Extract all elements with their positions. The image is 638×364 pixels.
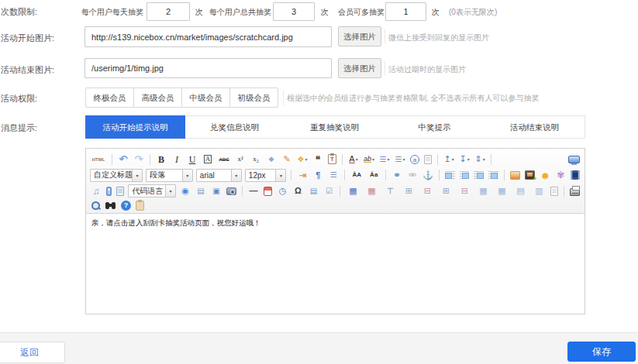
flash-icon[interactable]: ◉	[180, 185, 191, 197]
paragraph-format-icon[interactable]: ☰	[328, 169, 339, 181]
custom-heading-select-arrow[interactable]: ▾	[132, 170, 142, 181]
italic-icon[interactable]: I	[171, 153, 182, 166]
total-draw-input[interactable]	[273, 2, 315, 21]
start-image-input[interactable]	[84, 26, 332, 47]
font-family-select[interactable]: arial▾	[196, 169, 242, 182]
auto-typeset-icon[interactable]: ❖▾	[297, 153, 308, 166]
attachment-icon[interactable]	[106, 187, 112, 196]
image-align-block-icon[interactable]	[488, 171, 498, 180]
preview-icon[interactable]	[91, 201, 101, 211]
paragraph-select[interactable]: 段落▾	[146, 169, 193, 182]
insert-col-icon[interactable]: ⊞	[440, 185, 451, 197]
strikethrough-icon[interactable]: ABC	[218, 153, 230, 166]
tab-win-tip[interactable]: 中奖提示	[385, 116, 485, 138]
bold-icon[interactable]: B	[156, 153, 167, 166]
member-option-junior[interactable]: 初级会员	[229, 88, 278, 108]
video-icon[interactable]	[571, 170, 580, 180]
iframe-icon[interactable]: ▣	[211, 185, 222, 197]
lowercase-icon[interactable]: Ǎa	[367, 169, 380, 181]
remove-format-icon[interactable]: ◆	[266, 153, 277, 166]
delete-col-icon[interactable]: ⊟	[459, 185, 470, 197]
highlight-color-icon[interactable]: ab▾	[364, 153, 374, 166]
help-icon[interactable]: ?	[121, 201, 131, 211]
member-option-middle[interactable]: 中级会员	[181, 88, 230, 108]
link-icon[interactable]: ⚭	[391, 169, 402, 181]
unordered-list-icon[interactable]: ☰▾	[395, 153, 405, 166]
pagebreak-icon[interactable]: ▤	[195, 185, 206, 197]
paragraph-spacing-bottom-icon[interactable]: ↧▾	[459, 153, 470, 166]
undo-icon[interactable]: ↶	[118, 153, 129, 166]
date-icon[interactable]	[264, 187, 272, 196]
blockquote-icon[interactable]: ❝	[312, 153, 323, 166]
paragraph-spacing-top-icon-caret[interactable]: ▾	[452, 157, 454, 162]
paragraph-spacing-bottom-icon-caret[interactable]: ▾	[467, 157, 470, 162]
member-extra-input[interactable]	[385, 2, 426, 21]
unlink-icon[interactable]: ⚮	[407, 169, 418, 181]
unordered-list-icon-caret[interactable]: ▾	[403, 157, 405, 162]
tab-activity-start-tip[interactable]: 活动开始提示说明	[85, 115, 185, 139]
table-caption-icon[interactable]: ⊤	[385, 185, 395, 197]
delete-table-icon[interactable]: ▦	[366, 185, 377, 197]
redo-icon[interactable]: ↷	[133, 153, 144, 166]
underline-icon[interactable]: U	[187, 153, 198, 166]
time-icon[interactable]: ◷	[277, 185, 288, 197]
tab-repeat-draw[interactable]: 重复抽奖说明	[285, 116, 385, 138]
custom-heading-select[interactable]: 自定义标题▾	[90, 169, 143, 182]
insert-image-icon[interactable]	[510, 171, 520, 180]
anchor-icon[interactable]: ⚓	[422, 169, 433, 181]
back-button[interactable]: 返回	[0, 342, 65, 363]
fullscreen-icon[interactable]	[568, 156, 580, 163]
subscript-icon[interactable]: x₂	[250, 153, 261, 166]
delete-row-icon[interactable]: ⊟	[422, 185, 433, 197]
line-height-icon[interactable]: ⇕▾	[474, 153, 485, 166]
member-option-ultimate[interactable]: 终极会员	[85, 88, 134, 108]
image-align-center-icon[interactable]	[460, 171, 470, 180]
font-color-icon[interactable]: A▾	[348, 153, 359, 166]
line-height-icon-caret[interactable]: ▾	[483, 157, 485, 162]
select-all-icon[interactable]: a	[410, 155, 419, 164]
image-manager-icon[interactable]	[525, 170, 536, 180]
font-family-select-arrow[interactable]: ▾	[231, 170, 241, 181]
auto-typeset-icon-caret[interactable]: ▾	[305, 157, 307, 162]
daily-draw-input[interactable]	[147, 2, 190, 21]
highlight-color-icon-caret[interactable]: ▾	[372, 157, 374, 162]
chart-icon[interactable]: ▤	[308, 185, 319, 197]
screenshot-icon[interactable]: ☑	[323, 185, 334, 197]
end-image-input[interactable]	[84, 58, 332, 78]
font-color-icon-caret[interactable]: ▾	[356, 157, 358, 162]
merge-right-icon[interactable]: ▦	[496, 185, 507, 197]
rtl-paragraph-icon[interactable]: ¶	[312, 169, 323, 181]
font-border-icon[interactable]: A	[202, 153, 213, 166]
split-row-icon[interactable]: ▤	[515, 185, 526, 197]
paste-text-icon[interactable]: T	[328, 154, 336, 164]
font-size-select-arrow[interactable]: ▾	[275, 170, 285, 181]
snapshot-icon[interactable]	[226, 187, 236, 195]
editor-content[interactable]: 亲，请点击进入刮刮卡抽奖活动页面，祝您好运哦！	[86, 214, 585, 233]
doc-template-icon[interactable]	[550, 187, 557, 196]
code-language-select-arrow[interactable]: ▾	[165, 185, 175, 197]
horizontal-rule-icon[interactable]: —	[248, 185, 259, 197]
insert-row-icon[interactable]: ⊞	[403, 185, 414, 197]
source-code-icon[interactable]: HTML	[91, 153, 106, 166]
paste-icon[interactable]	[136, 201, 144, 211]
save-button[interactable]: 保存	[567, 342, 636, 362]
member-option-senior[interactable]: 高级会员	[133, 88, 182, 108]
merge-down-icon[interactable]: ▦	[478, 185, 488, 197]
special-chars-icon[interactable]: Ω	[292, 185, 303, 197]
insert-table-icon[interactable]: ▦	[347, 185, 358, 197]
split-col-icon[interactable]: ▥	[533, 185, 544, 197]
tab-redeem-info[interactable]: 兑奖信息说明	[185, 116, 285, 138]
format-brush-icon[interactable]: ✎	[281, 153, 292, 166]
clear-doc-icon[interactable]	[424, 155, 432, 164]
font-size-select[interactable]: 12px▾	[245, 169, 287, 182]
paragraph-select-arrow[interactable]: ▾	[182, 170, 192, 181]
ordered-list-icon[interactable]: ☰▾	[379, 153, 390, 166]
indent-icon[interactable]: ⇥	[297, 169, 308, 181]
start-image-pick-button[interactable]: 选择图片	[338, 26, 381, 46]
image-align-left-icon[interactable]	[445, 171, 455, 180]
uppercase-icon[interactable]: ÂA	[350, 169, 363, 181]
insert-file-icon[interactable]	[116, 187, 124, 196]
paragraph-spacing-top-icon[interactable]: ↥▾	[443, 153, 454, 166]
music-icon[interactable]: ♫	[91, 185, 102, 197]
print-icon[interactable]	[570, 188, 580, 196]
